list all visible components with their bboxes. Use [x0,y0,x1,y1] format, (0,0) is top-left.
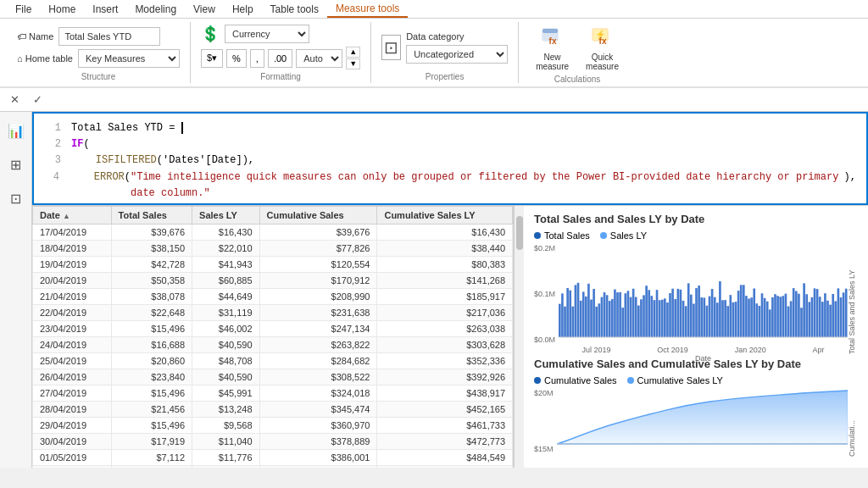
dollar-btn[interactable]: $▾ [201,49,223,68]
menu-insert[interactable]: Insert [84,2,126,17]
table-cell: $360,970 [259,418,377,434]
format-type-select[interactable]: Currency Whole number Decimal [225,25,309,43]
table-cell: 20/04/2019 [33,273,112,289]
x-label-jan: Jan 2020 [735,346,766,354]
table-cell: 25/04/2019 [33,353,112,369]
menu-view[interactable]: View [185,2,224,17]
svg-rect-85 [766,302,769,337]
sidebar-data-icon[interactable]: ⊡ [4,186,28,210]
col-cumulative-sales[interactable]: Cumulative Sales [259,207,377,225]
table-cell: 30/04/2019 [33,434,112,450]
svg-rect-66 [716,302,719,337]
menu-help[interactable]: Help [224,2,262,17]
x-label-oct: Oct 2019 [657,346,688,354]
menu-home[interactable]: Home [40,2,84,17]
chart2: Cumulative Sales and Cumulative Sales LY… [534,358,858,457]
table-cell: $345,474 [259,402,377,418]
svg-rect-6 [559,304,561,337]
auto-select[interactable]: Auto [296,49,342,68]
table-cell: 29/04/2019 [33,418,112,434]
percent-btn[interactable]: % [226,49,247,68]
structure-top: 🏷 Name ⌂ Home table Key Measures [17,22,180,72]
quick-measure-btn[interactable]: ⚡ fx Quickmeasure [579,22,626,75]
svg-rect-59 [698,286,700,337]
col-cumulative-sales-ly[interactable]: Cumulative Sales LY [377,207,513,225]
menu-measure-tools[interactable]: Measure tools [327,1,408,18]
svg-rect-88 [774,294,776,337]
data-category-icon: ⊡ [381,35,401,60]
code-editor[interactable]: 1 Total Sales YTD = 2 IF( 3 ISFILTERED('… [32,112,868,205]
legend-cumulative-sales-ly: Cumulative Sales LY [627,375,723,385]
chart2-legend: Cumulative Sales Cumulative Sales LY [534,375,858,385]
svg-rect-18 [590,300,593,337]
svg-rect-14 [580,301,582,337]
svg-rect-13 [577,283,580,337]
data-category-select[interactable]: Uncategorized [406,45,508,64]
name-input[interactable] [58,27,160,46]
menu-table-tools[interactable]: Table tools [262,2,327,17]
cancel-btn[interactable]: ✕ [7,92,23,108]
table-cell: 22/04/2019 [33,305,112,321]
ribbon: 🏷 Name ⌂ Home table Key Measures Structu… [0,19,868,88]
svg-rect-72 [732,302,735,337]
table-row: 24/04/2019$16,688$40,590$263,822$303,628 [33,337,513,353]
scroll-indicator[interactable] [514,206,524,468]
table-cell: $48,708 [192,353,259,369]
col-sales-ly[interactable]: Sales LY [192,207,259,225]
svg-rect-41 [651,296,654,337]
svg-rect-51 [677,289,680,337]
svg-rect-95 [793,288,795,337]
table-cell: $38,440 [377,241,513,257]
svg-rect-34 [632,289,635,337]
svg-rect-25 [609,301,611,337]
calculations-label: Calculations [529,75,626,86]
svg-rect-60 [700,297,703,337]
svg-rect-30 [621,308,624,337]
table-cell: $7,112 [111,450,192,466]
menu-modeling[interactable]: Modeling [126,2,185,17]
svg-rect-106 [821,302,824,337]
svg-rect-39 [645,286,648,337]
home-table-select[interactable]: Key Measures [78,49,180,68]
svg-rect-99 [803,283,805,337]
svg-rect-16 [585,297,587,337]
new-measure-btn[interactable]: fx Newmeasure [529,22,576,75]
x-label-apr: Apr [813,346,825,354]
table-cell: $378,889 [259,434,377,450]
table-cell: $308,522 [259,369,377,385]
left-sidebar: 📊 ⊞ ⊡ [0,112,32,468]
table-cell: $44,649 [192,289,259,305]
confirm-btn[interactable]: ✓ [30,92,46,108]
col-total-sales[interactable]: Total Sales [111,207,192,225]
increment-btn[interactable]: ▲ [346,47,360,58]
svg-rect-33 [630,297,632,337]
menu-file[interactable]: File [7,2,40,17]
decimal-btn[interactable]: .00 [268,49,292,68]
svg-rect-23 [604,292,606,337]
svg-rect-10 [569,291,571,337]
col-date[interactable]: Date ▲ [33,207,112,225]
table-row: 19/04/2019$42,728$41,943$120,554$80,383 [33,257,513,273]
legend-cumulative-sales: Cumulative Sales [534,375,617,385]
table-cell: $38,078 [111,289,192,305]
svg-rect-86 [769,309,771,337]
table-cell: $45,991 [192,385,259,402]
table-row: 01/05/2019$7,112$11,776$386,001$484,549 [33,450,513,466]
sidebar-chart-icon[interactable]: 📊 [4,119,28,142]
comma-btn[interactable]: , [250,49,264,68]
ribbon-content: 🏷 Name ⌂ Home table Key Measures Structu… [0,19,868,86]
svg-rect-8 [564,307,566,337]
table-cell: $472,773 [377,434,513,450]
table-cell: $31,119 [192,305,259,321]
sidebar-table-icon[interactable]: ⊞ [4,152,28,176]
decrement-btn[interactable]: ▼ [346,58,360,69]
svg-rect-65 [714,297,716,337]
data-table-container[interactable]: Date ▲ Total Sales Sales LY Cumulative S… [32,206,514,468]
table-row: 26/04/2019$23,840$40,590$308,522$392,926 [33,369,513,385]
chart1-x-axis-label: Date [559,354,848,363]
svg-rect-54 [685,306,687,337]
table-cell: 27/04/2019 [33,385,112,402]
table-cell: $170,912 [259,273,377,289]
table-cell: $391,589 [259,466,377,469]
svg-rect-73 [735,302,737,337]
